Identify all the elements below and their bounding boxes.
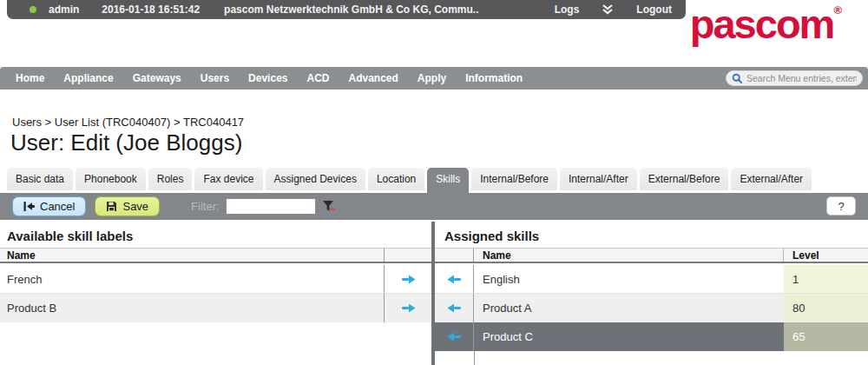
available-skills-table: French Product B (0, 265, 431, 322)
arrow-right-icon (401, 303, 416, 313)
search-icon (732, 73, 743, 84)
filter-input[interactable] (226, 198, 316, 215)
table-row[interactable]: Product A 80 (435, 294, 868, 322)
nav-item-users[interactable]: Users (201, 72, 229, 84)
save-icon (106, 201, 117, 212)
tab-basic-data[interactable]: Basic data (7, 168, 73, 190)
cancel-arrow-icon (23, 202, 35, 211)
column-header-name[interactable]: Name (474, 249, 784, 262)
skill-level[interactable]: 80 (784, 294, 868, 322)
nav-item-information[interactable]: Information (465, 72, 523, 84)
search-input[interactable] (746, 73, 857, 83)
logout-link[interactable]: Logout (636, 3, 672, 16)
skill-level[interactable]: 65 (784, 322, 868, 351)
skill-level[interactable]: 1 (784, 265, 868, 293)
available-skills-title: Available skill labels (7, 229, 133, 243)
skill-name: Product B (0, 294, 385, 322)
skill-name: French (0, 265, 385, 293)
table-row[interactable]: Product B (0, 294, 431, 322)
assigned-skills-header: Name Level (435, 248, 868, 263)
table-row[interactable]: French (0, 265, 431, 294)
registered-mark: ® (833, 3, 842, 17)
tab-strip: Basic data Phonebook Roles Fax device As… (7, 168, 812, 193)
skill-name: Product C (474, 322, 784, 351)
tab-internal-after[interactable]: Internal/After (560, 168, 637, 190)
assigned-skills-title: Assigned skills (444, 229, 539, 243)
column-header-name[interactable]: Name (0, 249, 385, 262)
tab-internal-before[interactable]: Internal/Before (471, 168, 557, 190)
pascom-logo: pascom® (690, 3, 842, 44)
save-button[interactable]: Save (95, 196, 160, 216)
arrow-left-icon (447, 332, 462, 342)
arrow-right-icon (401, 275, 416, 284)
tab-fax-device[interactable]: Fax device (194, 168, 262, 190)
available-skills-header: Name (0, 248, 431, 263)
assign-skill-button[interactable] (399, 273, 418, 286)
cancel-button[interactable]: Cancel (12, 196, 86, 216)
page: admin 2016-01-18 16:51:42 pascom Netzwer… (0, 0, 868, 365)
tab-skills[interactable]: Skills (427, 168, 469, 193)
help-button[interactable]: ? (826, 196, 856, 216)
clear-filter-funnel-icon[interactable] (322, 200, 336, 213)
column-header-level[interactable]: Level (784, 249, 868, 262)
action-toolbar: Cancel Save Filter: ? (0, 193, 868, 220)
nav-item-acd[interactable]: ACD (306, 72, 329, 84)
logs-link[interactable]: Logs (555, 3, 580, 16)
tab-assigned-devices[interactable]: Assigned Devices (266, 168, 365, 190)
arrow-left-icon (447, 303, 462, 313)
assigned-skills-table: English 1 Product A 80 Product C 65 (435, 265, 868, 351)
tab-external-after[interactable]: External/After (731, 168, 812, 190)
tab-location[interactable]: Location (368, 168, 424, 190)
company-name: pascom Netzwerktechnik GmbH & Co KG, Com… (224, 3, 478, 16)
column-header-actions (385, 249, 431, 262)
assign-skill-button[interactable] (399, 302, 418, 315)
nav-item-appliance[interactable]: Appliance (63, 72, 113, 84)
column-divider (474, 351, 475, 365)
skill-name: English (474, 265, 784, 293)
page-title: User: Edit (Joe Bloggs) (10, 129, 242, 156)
column-header-actions (435, 249, 474, 262)
tab-phonebook[interactable]: Phonebook (76, 168, 146, 190)
status-dot-icon (30, 6, 36, 13)
breadcrumb[interactable]: Users > User List (TRC040407) > TRC04041… (12, 116, 244, 129)
top-status-bar: admin 2016-01-18 16:51:42 pascom Netzwer… (7, 0, 686, 19)
arrow-left-icon (447, 275, 462, 284)
server-timestamp: 2016-01-18 16:51:42 (102, 3, 200, 16)
unassign-skill-button[interactable] (445, 330, 464, 343)
nav-item-home[interactable]: Home (16, 72, 44, 84)
nav-item-devices[interactable]: Devices (248, 72, 287, 84)
nav-item-gateways[interactable]: Gateways (133, 72, 181, 84)
unassign-skill-button[interactable] (445, 302, 464, 315)
tab-external-before[interactable]: External/Before (640, 168, 729, 190)
table-row-selected[interactable]: Product C 65 (435, 322, 868, 351)
table-row[interactable]: English 1 (435, 265, 868, 294)
nav-item-apply[interactable]: Apply (418, 72, 446, 84)
logged-in-user: admin (49, 3, 79, 16)
main-nav-bar: Home Appliance Gateways Users Devices AC… (0, 67, 868, 90)
menu-search-box[interactable] (726, 70, 863, 86)
unassign-skill-button[interactable] (445, 273, 464, 286)
nav-item-advanced[interactable]: Advanced (348, 72, 398, 84)
filter-label: Filter: (191, 200, 220, 213)
skill-name: Product A (474, 294, 784, 322)
double-chevron-down-icon[interactable] (602, 4, 614, 15)
tab-roles[interactable]: Roles (148, 168, 193, 190)
